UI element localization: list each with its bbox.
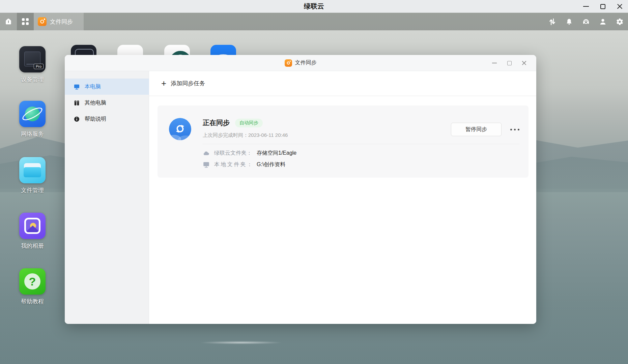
desktop-icon-file-manager[interactable]: 文件管理	[19, 157, 46, 194]
task-title-row: 正在同步 自动同步	[203, 118, 263, 127]
account-button[interactable]	[594, 13, 611, 30]
dialog-content: + 添加同步任务 正在同步 自动同步	[149, 71, 536, 324]
desktop-icon-device-manager[interactable]: Pro 设备管理	[19, 46, 46, 83]
desktop-icon-label: 文件管理	[19, 186, 46, 194]
cloud-folder-label: 绿联云文件夹：	[214, 150, 252, 157]
sidebar-item-label: 其他电脑	[85, 99, 106, 107]
headset-icon	[582, 18, 590, 26]
close-icon	[522, 61, 526, 65]
transfer-button[interactable]	[544, 13, 561, 30]
sync-arrows-icon	[174, 122, 187, 135]
plus-icon: +	[161, 79, 166, 88]
app-title: 绿联云	[304, 2, 324, 11]
desktop-icon-label: 设备管理	[19, 75, 46, 83]
settings-button[interactable]	[611, 13, 628, 30]
sidebar-item-label: 本电脑	[85, 83, 101, 90]
add-sync-task-button[interactable]: + 添加同步任务	[149, 71, 536, 96]
file-sync-dialog: 文件同步 本电脑	[65, 55, 536, 324]
desktop-icon-network-services[interactable]: 网络服务	[19, 101, 46, 138]
bell-icon	[565, 18, 573, 26]
minimize-icon	[492, 63, 497, 63]
sync-task-icon	[169, 118, 191, 140]
desktop-icon-my-albums[interactable]: 我的相册	[19, 213, 46, 250]
pause-sync-label: 暂停同步	[465, 126, 487, 133]
user-icon	[599, 18, 607, 26]
local-folder-label: 本地文件夹：	[214, 161, 252, 168]
local-folder-value: G:\创作资料	[257, 161, 285, 168]
wallpaper-boat-wake	[199, 341, 283, 344]
monitor-icon	[74, 84, 80, 90]
pause-sync-button[interactable]: 暂停同步	[451, 123, 502, 136]
maximize-icon	[507, 61, 512, 65]
cloud-folder-row: 绿联云文件夹： 存储空间1/Eagle	[203, 150, 296, 157]
more-options-button[interactable]	[507, 124, 522, 134]
tab-file-sync[interactable]: 文件同步	[34, 13, 84, 30]
monitor-icon	[203, 161, 210, 168]
more-icon	[510, 129, 512, 130]
cloud-icon	[203, 150, 210, 157]
sidebar-item-help[interactable]: 帮助说明	[65, 111, 149, 127]
desktop-icon-help-tutorial[interactable]: ? 帮助教程	[19, 268, 46, 305]
last-sync-label: 上次同步完成时间：	[203, 132, 248, 138]
cloud-folder-value: 存储空间1/Eagle	[257, 150, 296, 157]
desktop-icon-label: 我的相册	[19, 242, 46, 250]
desktop-icon-label: 帮助教程	[19, 298, 46, 305]
main-tabbar: 文件同步	[0, 13, 628, 30]
file-sync-app-icon	[285, 59, 292, 67]
more-icon	[514, 129, 516, 130]
local-folder-row: 本地文件夹： G:\创作资料	[203, 161, 285, 168]
dialog-close-button[interactable]	[517, 55, 532, 71]
file-sync-app-icon	[38, 17, 47, 26]
more-icon	[518, 129, 519, 130]
desktop-root: 绿联云 文件同步	[0, 0, 628, 364]
dialog-minimize-button[interactable]	[487, 55, 502, 71]
last-sync-time: 上次同步完成时间：2023-06-11 20:46	[203, 132, 288, 139]
file-manager-icon	[19, 157, 46, 183]
question-mark-icon: ?	[29, 276, 36, 287]
notifications-button[interactable]	[561, 13, 577, 30]
gear-icon	[616, 18, 624, 26]
maximize-button[interactable]	[594, 0, 611, 13]
close-icon	[617, 4, 623, 9]
close-button[interactable]	[611, 0, 628, 13]
device-manager-icon: Pro	[19, 46, 46, 72]
info-icon	[74, 116, 80, 122]
dialog-maximize-button[interactable]	[502, 55, 517, 71]
minimize-button[interactable]	[577, 0, 594, 13]
my-albums-icon	[19, 213, 46, 239]
main-titlebar: 绿联云	[0, 0, 628, 13]
dialog-title: 文件同步	[295, 59, 317, 66]
sync-task-card: 正在同步 自动同步 上次同步完成时间：2023-06-11 20:46 绿联云文…	[158, 105, 529, 178]
add-sync-task-label: 添加同步任务	[171, 80, 205, 87]
network-services-icon	[19, 101, 46, 127]
apps-grid-button[interactable]	[17, 13, 34, 30]
auto-sync-badge: 自动同步	[235, 119, 263, 127]
support-button[interactable]	[577, 13, 594, 30]
last-sync-value: 2023-06-11 20:46	[248, 132, 288, 138]
minimize-icon	[583, 6, 589, 7]
dialog-sidebar: 本电脑 其他电脑 帮助说明	[65, 71, 149, 324]
task-status-title: 正在同步	[203, 118, 230, 127]
desktop-icon-label: 网络服务	[19, 130, 46, 138]
transfer-icon	[548, 18, 556, 26]
tab-label: 文件同步	[50, 18, 73, 26]
grid-icon	[22, 18, 29, 25]
sidebar-item-other-computers[interactable]: 其他电脑	[65, 95, 149, 111]
computers-icon	[74, 100, 80, 106]
dialog-titlebar: 文件同步	[65, 55, 536, 71]
dialog-window-controls	[487, 55, 532, 71]
help-tutorial-icon: ?	[19, 268, 46, 295]
pro-badge: Pro	[34, 64, 44, 69]
home-icon	[5, 18, 12, 25]
sidebar-item-label: 帮助说明	[85, 116, 106, 123]
tabbar-right	[544, 13, 628, 30]
maximize-icon	[600, 4, 605, 9]
sidebar-item-this-computer[interactable]: 本电脑	[65, 79, 149, 95]
card-divider	[203, 144, 520, 144]
home-tab-button[interactable]	[0, 13, 17, 30]
window-controls	[577, 0, 628, 13]
